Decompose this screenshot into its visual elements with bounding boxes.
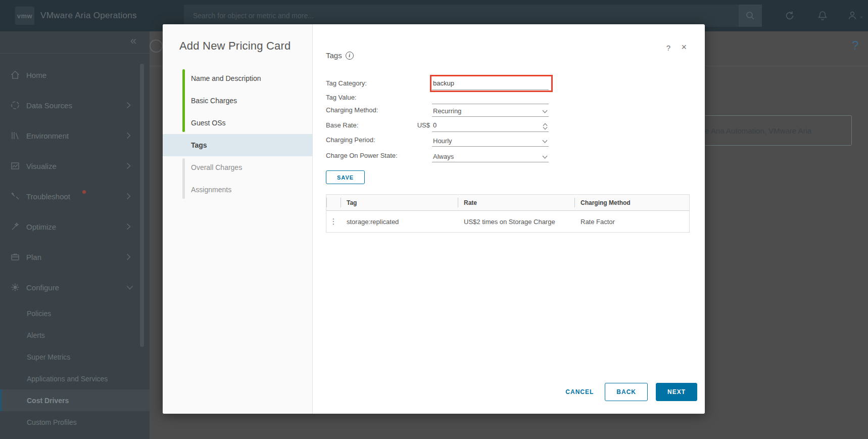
section-title-text: Tags bbox=[326, 51, 342, 60]
sidebar-item-label: Home bbox=[26, 71, 46, 79]
sidebar-item-label: Plan bbox=[26, 253, 41, 261]
sidebar-divider bbox=[0, 53, 150, 54]
user-menu-icon[interactable]: ⌄ bbox=[847, 0, 863, 31]
next-button[interactable]: NEXT bbox=[656, 383, 697, 401]
global-search[interactable] bbox=[184, 5, 739, 27]
home-icon bbox=[10, 70, 20, 80]
wizard-steps-panel: Add New Pricing Card Name and Descriptio… bbox=[163, 24, 312, 414]
charging-period-select[interactable]: Hourly bbox=[432, 134, 549, 147]
optimize-icon bbox=[10, 222, 20, 232]
sidebar-item-optimize[interactable]: Optimize bbox=[0, 211, 150, 242]
currency-prefix: US$ bbox=[410, 119, 430, 132]
section-title: Tags i bbox=[326, 51, 354, 60]
step-guest-oss[interactable]: Guest OSs bbox=[163, 112, 312, 134]
sidebar-item-applications-and-services[interactable]: Applications and Services bbox=[0, 368, 150, 389]
sidebar-item-label: Environment bbox=[26, 131, 69, 140]
chevron-right-icon bbox=[126, 223, 131, 230]
cancel-button[interactable]: CANCEL bbox=[562, 383, 597, 401]
row-actions-icon[interactable]: ⋮ bbox=[326, 211, 341, 232]
step-assignments[interactable]: Assignments bbox=[163, 179, 312, 201]
sidebar-item-plan[interactable]: Plan bbox=[0, 242, 150, 272]
chevron-right-icon bbox=[126, 253, 131, 260]
sidebar-item-data-sources[interactable]: Data Sources bbox=[0, 90, 150, 120]
step-overall-charges[interactable]: Overall Charges bbox=[163, 156, 312, 179]
chevron-down-icon bbox=[542, 110, 548, 113]
chevron-down-icon bbox=[126, 285, 133, 290]
charge-on-power-state-row: Charge On Power State: Always bbox=[326, 149, 680, 162]
base-rate-row: Base Rate: US$ bbox=[326, 119, 680, 132]
chevron-down-icon bbox=[542, 140, 548, 143]
sidebar-item-cost-drivers[interactable]: Cost Drivers bbox=[0, 389, 150, 411]
troubleshoot-icon bbox=[10, 191, 20, 201]
step-tags[interactable]: Tags bbox=[163, 134, 312, 156]
charging-method-row: Charging Method: Recurring bbox=[326, 104, 680, 117]
collapse-sidebar-icon[interactable]: « bbox=[130, 34, 136, 48]
step-name-and-description[interactable]: Name and Description bbox=[163, 67, 312, 90]
column-header-rate: Rate bbox=[458, 195, 574, 210]
number-stepper-icon[interactable] bbox=[543, 123, 548, 130]
background-refresh-icon bbox=[150, 39, 163, 53]
chevron-right-icon bbox=[126, 193, 131, 200]
sidebar-collapse-row: « bbox=[0, 31, 150, 53]
charging-method-value: Recurring bbox=[433, 107, 461, 115]
background-partial-text: ware Aria Automation, VMware Aria bbox=[693, 126, 811, 135]
tag-category-label: Tag Category: bbox=[326, 77, 367, 90]
add-new-pricing-card-modal: Add New Pricing Card Name and Descriptio… bbox=[163, 24, 705, 414]
sidebar-item-label: Troubleshoot bbox=[26, 192, 70, 201]
sidebar-item-super-metrics[interactable]: Super Metrics bbox=[0, 346, 150, 368]
tag-category-row: Tag Category: bbox=[326, 77, 680, 90]
search-input[interactable] bbox=[184, 5, 739, 27]
tag-value-row: Tag Value: bbox=[326, 91, 680, 104]
base-rate-input[interactable] bbox=[432, 119, 549, 131]
wizard-steps: Name and Description Basic Charges Guest… bbox=[163, 67, 312, 201]
data-sources-icon bbox=[10, 100, 20, 110]
sidebar-item-configure[interactable]: Configure bbox=[0, 272, 150, 302]
base-rate-label: Base Rate: bbox=[326, 119, 358, 132]
sidebar-scrollbar[interactable] bbox=[140, 64, 144, 347]
step-basic-charges[interactable]: Basic Charges bbox=[163, 90, 312, 112]
tags-step-content: Tags i Tag Category: Tag Value: Charging… bbox=[313, 24, 705, 414]
configure-gear-icon bbox=[10, 282, 20, 292]
sidebar-item-home[interactable]: Home bbox=[0, 60, 150, 90]
sidebar-item-label: Optimize bbox=[26, 223, 56, 231]
charging-period-row: Charging Period: Hourly bbox=[326, 134, 680, 147]
sidebar-item-custom-profiles[interactable]: Custom Profiles bbox=[0, 411, 150, 433]
tag-value-field bbox=[432, 91, 549, 104]
charge-on-power-state-select[interactable]: Always bbox=[432, 149, 549, 162]
plan-icon bbox=[10, 252, 20, 262]
charge-on-power-state-value: Always bbox=[433, 153, 454, 160]
background-assigned-to-field: ware Aria Automation, VMware Aria bbox=[685, 115, 852, 146]
column-header-charging-method: Charging Method bbox=[574, 195, 689, 210]
tag-category-input[interactable] bbox=[432, 77, 549, 90]
sidebar-item-environment[interactable]: Environment bbox=[0, 120, 150, 151]
sidebar-item-policies[interactable]: Policies bbox=[0, 302, 150, 324]
sidebar-item-label: Visualize bbox=[26, 162, 57, 170]
charge-on-power-state-label: Charge On Power State: bbox=[326, 149, 398, 162]
sidebar: « Home Data Sources Environment Visualiz… bbox=[0, 31, 150, 439]
handle-column-header bbox=[326, 195, 341, 210]
table-row: ⋮ storage:replicated US$2 times on Stora… bbox=[326, 211, 689, 232]
search-icon[interactable] bbox=[739, 5, 762, 27]
configure-submenu: Policies Alerts Super Metrics Applicatio… bbox=[0, 302, 150, 433]
sidebar-item-troubleshoot[interactable]: Troubleshoot bbox=[0, 181, 150, 211]
environment-icon bbox=[10, 130, 20, 141]
charging-period-label: Charging Period: bbox=[326, 134, 375, 147]
back-button[interactable]: BACK bbox=[605, 383, 648, 401]
vmware-logo: vmw bbox=[15, 7, 34, 25]
app-title: VMware Aria Operations bbox=[40, 0, 137, 31]
sidebar-nav: Home Data Sources Environment Visualize … bbox=[0, 60, 150, 302]
column-header-tag: Tag bbox=[341, 195, 458, 210]
chevron-right-icon bbox=[126, 162, 131, 169]
notifications-icon[interactable] bbox=[817, 0, 828, 31]
info-icon[interactable]: i bbox=[346, 52, 354, 60]
tag-value-input[interactable] bbox=[432, 91, 549, 104]
row-charging-method: Rate Factor bbox=[574, 211, 689, 232]
sidebar-item-alerts[interactable]: Alerts bbox=[0, 324, 150, 346]
visualize-icon bbox=[10, 161, 20, 171]
sidebar-item-visualize[interactable]: Visualize bbox=[0, 151, 150, 181]
save-button[interactable]: SAVE bbox=[326, 170, 365, 184]
charging-method-select[interactable]: Recurring bbox=[432, 104, 549, 117]
refresh-icon[interactable] bbox=[784, 0, 795, 31]
charging-method-label: Charging Method: bbox=[326, 104, 378, 117]
alert-badge-dot bbox=[82, 190, 86, 194]
